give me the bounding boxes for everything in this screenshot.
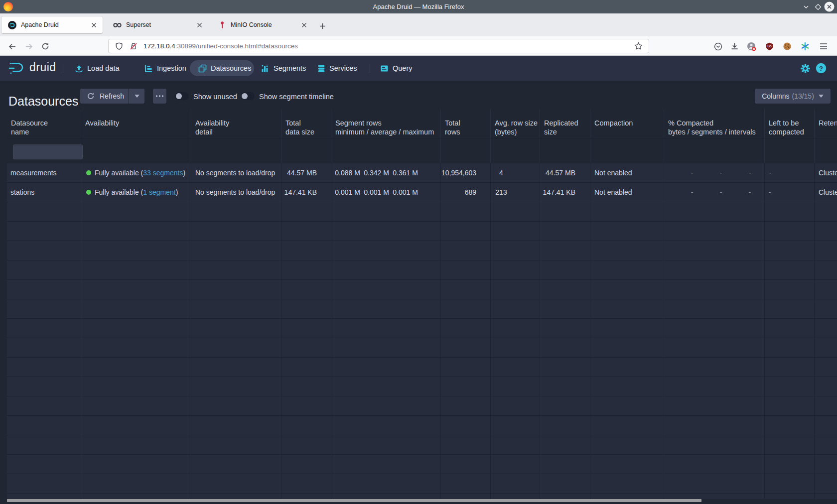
- browser-toolbar: 172.18.0.4:30899/unified-console.html#da…: [0, 36, 837, 56]
- total-rows: 689: [441, 183, 491, 202]
- column-header-replicated-size[interactable]: Replicatedsize: [540, 109, 590, 138]
- table-row-measurements[interactable]: measurements Fully available (33 segment…: [7, 163, 837, 183]
- column-header-compaction[interactable]: Compaction: [590, 109, 664, 138]
- columns-count: (13/15): [792, 92, 814, 100]
- total-data-size: 147.41 KB: [281, 183, 331, 202]
- datasource-name: measurements: [7, 163, 81, 182]
- columns-button[interactable]: Columns (13/15): [755, 89, 831, 104]
- nav-segments[interactable]: Segments: [261, 56, 306, 81]
- column-header-total-data-size[interactable]: Totaldata size: [281, 109, 331, 138]
- table-row-empty: [7, 241, 837, 260]
- svg-text:?: ?: [819, 65, 823, 72]
- retention: Cluster default: [815, 163, 837, 182]
- pocket-icon[interactable]: [712, 40, 724, 52]
- chevron-down-icon: [819, 95, 824, 98]
- avg-row-size: 4: [491, 163, 540, 182]
- hamburger-menu-icon[interactable]: [818, 40, 830, 52]
- nav-query[interactable]: Query: [380, 56, 413, 81]
- table-header-row: Datasourcename Availability Availability…: [7, 109, 837, 139]
- table-row-empty: [7, 396, 837, 416]
- refresh-button[interactable]: Refresh: [80, 89, 129, 104]
- segments-link[interactable]: 1 segment: [143, 188, 175, 196]
- status-dot-icon: [86, 170, 91, 175]
- svg-text:UO: UO: [767, 44, 772, 47]
- table-row-empty: [7, 222, 837, 241]
- tab-close-icon[interactable]: [300, 21, 308, 29]
- horizontal-scrollbar[interactable]: [7, 499, 701, 502]
- ublock-icon[interactable]: UO: [763, 40, 775, 52]
- url-text[interactable]: 172.18.0.4:30899/unified-console.html#da…: [143, 42, 634, 50]
- column-header-left-to-compact[interactable]: Left to becompacted: [765, 109, 815, 138]
- column-header-availability-detail[interactable]: Availabilitydetail: [191, 109, 281, 138]
- settings-gear-icon[interactable]: [800, 56, 811, 81]
- segments-link[interactable]: 33 segments: [143, 169, 183, 177]
- help-icon[interactable]: ?: [816, 56, 827, 81]
- reload-button[interactable]: [39, 40, 51, 52]
- table-row-empty: [7, 202, 837, 222]
- extension-icon[interactable]: [745, 40, 757, 52]
- datasource-filter-input[interactable]: [13, 144, 83, 159]
- availability-detail: No segments to load/drop: [191, 163, 281, 182]
- bookmark-star-icon[interactable]: [634, 42, 643, 50]
- extension-asterisk-icon[interactable]: [799, 40, 811, 52]
- druid-navbar: druid Load data Ingestion Datasources Se…: [0, 56, 837, 81]
- download-icon[interactable]: [728, 40, 740, 52]
- cookie-icon[interactable]: [781, 40, 793, 52]
- column-header-availability[interactable]: Availability: [81, 109, 191, 138]
- refresh-icon: [87, 92, 95, 100]
- druid-logo-icon[interactable]: [8, 62, 27, 75]
- column-header-avg-row-size[interactable]: Avg. row size(bytes): [491, 109, 540, 138]
- avg-row-size: 213: [491, 183, 540, 202]
- table-row-empty: [7, 435, 837, 455]
- left-to-compact: -: [765, 163, 815, 182]
- forward-button[interactable]: [23, 40, 35, 52]
- lock-insecure-icon[interactable]: [130, 42, 138, 50]
- tab-apache-druid[interactable]: Apache Druid: [1, 16, 103, 33]
- navbar-divider: [370, 64, 370, 73]
- column-header-datasource-name[interactable]: Datasourcename: [7, 109, 81, 138]
- refresh-dropdown-button[interactable]: [129, 89, 144, 104]
- tab-close-icon[interactable]: [90, 21, 98, 29]
- shield-icon[interactable]: [115, 42, 123, 50]
- table-row-stations[interactable]: stations Fully available (1 segment) No …: [7, 183, 837, 202]
- window-close-button[interactable]: [824, 1, 835, 12]
- nav-label: Segments: [274, 64, 306, 72]
- table-row-empty: [7, 358, 837, 377]
- tab-title: Superset: [126, 21, 195, 28]
- url-bar[interactable]: 172.18.0.4:30899/unified-console.html#da…: [108, 39, 649, 53]
- nav-ingestion[interactable]: Ingestion: [144, 56, 186, 81]
- nav-services[interactable]: Services: [317, 56, 357, 81]
- segment-rows-cell: 0.088 M0.342 M0.361 M: [331, 163, 441, 182]
- nav-label: Datasources: [211, 64, 251, 72]
- tab-minio[interactable]: MinIO Console: [211, 16, 313, 33]
- show-timeline-toggle[interactable]: [241, 92, 255, 100]
- tab-superset[interactable]: Superset: [107, 16, 208, 33]
- new-tab-button[interactable]: [317, 20, 328, 31]
- page-title: Datasources: [8, 94, 78, 109]
- table-row-empty: [7, 416, 837, 435]
- column-header-retention[interactable]: Retention: [815, 109, 837, 138]
- total-data-size: 44.57 MB: [281, 163, 331, 182]
- navbar-divider: [63, 64, 63, 73]
- segment-rows-cell: 0.001 M0.001 M0.001 M: [331, 183, 441, 202]
- minio-favicon-icon: [218, 21, 226, 29]
- window-title: Apache Druid — Mozilla Firefox: [0, 0, 837, 13]
- nav-load-data[interactable]: Load data: [75, 56, 120, 81]
- replicated-size: 44.57 MB: [540, 163, 590, 182]
- url-host: 172.18.0.4: [143, 42, 175, 50]
- window-maximize-button[interactable]: [813, 1, 823, 12]
- nav-label: Services: [329, 64, 357, 72]
- nav-label: Query: [393, 64, 413, 72]
- tab-close-icon[interactable]: [195, 21, 203, 29]
- column-header-total-rows[interactable]: Totalrows: [441, 109, 491, 138]
- nav-datasources[interactable]: Datasources: [198, 56, 251, 81]
- window-titlebar: Apache Druid — Mozilla Firefox: [0, 0, 837, 13]
- window-minimize-button[interactable]: [801, 1, 811, 12]
- left-to-compact: -: [765, 183, 815, 202]
- tab-title: MinIO Console: [231, 21, 300, 28]
- column-header-segment-rows[interactable]: Segment rowsminimum / average / maximum: [331, 109, 441, 138]
- more-actions-button[interactable]: [153, 89, 166, 104]
- column-header-pct-compacted[interactable]: % Compactedbytes / segments / intervals: [664, 109, 765, 138]
- show-unused-toggle[interactable]: [175, 92, 189, 100]
- back-button[interactable]: [6, 40, 18, 52]
